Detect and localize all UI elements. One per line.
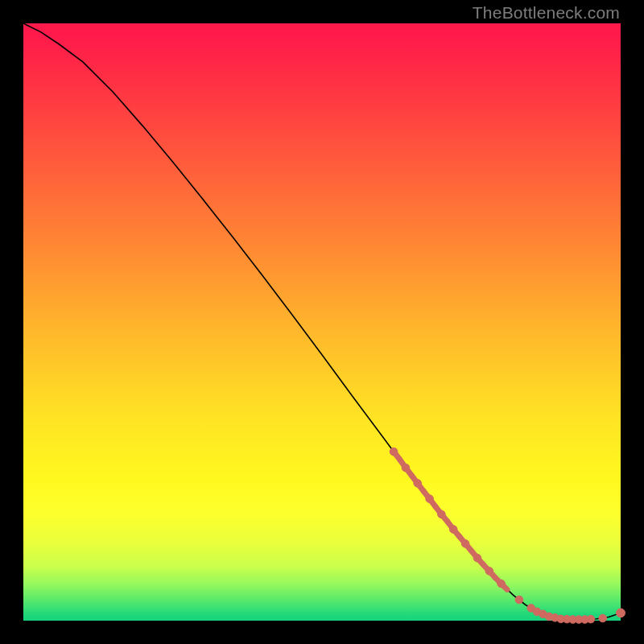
tail-dot — [438, 510, 446, 518]
tail-dot — [473, 554, 481, 562]
tail-dot — [414, 480, 422, 488]
tail-marker-dots — [390, 448, 625, 623]
tail-dot — [485, 568, 493, 576]
tail-dot — [426, 495, 434, 503]
tail-dot — [515, 596, 523, 604]
tail-dot — [449, 526, 457, 534]
plot-area — [23, 23, 621, 621]
tail-dot — [402, 464, 410, 472]
tail-dot — [497, 580, 506, 588]
chart-frame: TheBottleneck.com — [0, 0, 644, 644]
tail-dot — [599, 614, 607, 622]
tail-dot — [587, 615, 595, 623]
chart-svg — [23, 23, 621, 621]
tail-dot — [461, 540, 469, 548]
tail-dot — [617, 609, 625, 617]
watermark-text: TheBottleneck.com — [473, 3, 620, 23]
bottleneck-curve-line — [23, 23, 621, 620]
tail-dot — [390, 448, 398, 456]
